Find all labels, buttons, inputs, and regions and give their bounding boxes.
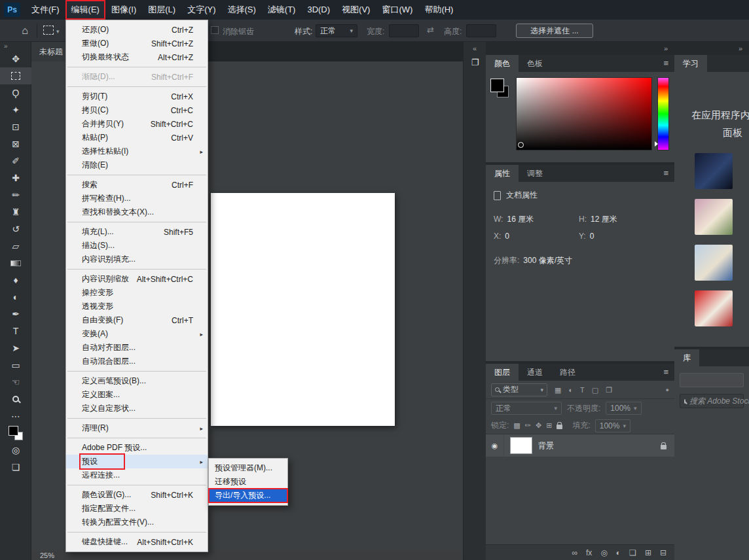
- lasso-tool[interactable]: Ϙ: [0, 84, 31, 101]
- tutorial-thumb-1[interactable]: [695, 153, 733, 189]
- lock-transparent-pixels-icon[interactable]: ▩: [513, 421, 520, 430]
- lock-artboard-icon[interactable]: ⊞: [546, 421, 552, 430]
- adjustment-layer-filter-icon[interactable]: ◐: [568, 386, 573, 394]
- library-select-dropdown[interactable]: [680, 373, 744, 387]
- edit-menu-item-6[interactable]: 剪切(T)Ctrl+X: [66, 90, 208, 103]
- zoom-tool[interactable]: [0, 391, 31, 408]
- visibility-eye-icon[interactable]: ◉: [486, 434, 504, 457]
- edit-menu-item-29[interactable]: 定义画笔预设(B)...: [66, 374, 208, 388]
- filter-type-dropdown[interactable]: 类型 ▾: [491, 383, 547, 396]
- collapse-panels-icon[interactable]: »: [739, 44, 742, 52]
- path-selection-tool[interactable]: ➤: [0, 340, 31, 357]
- adjustment-layer-icon[interactable]: ◐: [616, 548, 621, 557]
- menubar-item-type[interactable]: 文字(Y): [181, 0, 221, 20]
- eraser-tool[interactable]: ▱: [0, 237, 31, 254]
- fill-dropdown[interactable]: 100% ▾: [595, 419, 630, 432]
- library-search-input[interactable]: 搜索 Adobe Stock: [680, 394, 744, 408]
- saturation-brightness-field[interactable]: [516, 77, 652, 150]
- menubar-item-layer[interactable]: 图层(L): [142, 0, 181, 20]
- tool-preset-icon[interactable]: [43, 26, 54, 35]
- edit-menu-item-36[interactable]: 预设▸: [66, 455, 208, 468]
- blend-mode-dropdown[interactable]: 正常 ▾: [491, 402, 562, 415]
- blur-tool[interactable]: ♦: [0, 271, 31, 289]
- edit-menu-item-18[interactable]: 描边(S)...: [66, 239, 208, 253]
- preset-submenu-item-1[interactable]: 迁移预设: [209, 475, 287, 489]
- edit-menu-item-21[interactable]: 内容识别缩放Alt+Shift+Ctrl+C: [66, 272, 208, 286]
- spot-healing-brush-tool[interactable]: ✚: [0, 169, 31, 186]
- edit-menu-item-27[interactable]: 自动混合图层...: [66, 355, 208, 368]
- edit-menu-item-33[interactable]: 清理(R)▸: [66, 421, 208, 435]
- edit-menu-item-22[interactable]: 操控变形: [66, 286, 208, 300]
- edit-menu-item-30[interactable]: 定义图案...: [66, 388, 208, 402]
- edit-menu-item-9[interactable]: 粘贴(P)Ctrl+V: [66, 131, 208, 145]
- pen-tool[interactable]: ✒: [0, 306, 31, 323]
- lock-all-icon[interactable]: [557, 425, 562, 429]
- preset-submenu-item-0[interactable]: 预设管理器(M)...: [209, 461, 287, 475]
- edit-menu-item-13[interactable]: 搜索Ctrl+F: [66, 178, 208, 192]
- edit-menu-item-17[interactable]: 填充(L)...Shift+F5: [66, 225, 208, 239]
- edit-menu-item-14[interactable]: 拼写检查(H)...: [66, 192, 208, 205]
- link-layers-icon[interactable]: ∞: [572, 548, 577, 557]
- menubar-item-3d[interactable]: 3D(D): [301, 0, 336, 20]
- lock-image-pixels-icon[interactable]: ✏: [525, 421, 531, 430]
- layers-tab-1[interactable]: 通道: [519, 364, 551, 381]
- edit-menu-item-25[interactable]: 变换(A)▸: [66, 327, 208, 341]
- edit-menu-item-11[interactable]: 清除(E): [66, 158, 208, 172]
- crop-tool[interactable]: ⊡: [0, 118, 31, 135]
- layers-tab-0[interactable]: 图层: [486, 364, 519, 381]
- edit-menu-item-1[interactable]: 重做(O)Shift+Ctrl+Z: [66, 37, 208, 50]
- swap-dimensions-icon[interactable]: ⇄: [427, 25, 434, 35]
- edit-menu-item-31[interactable]: 定义自定形状...: [66, 402, 208, 415]
- edit-menu-item-43[interactable]: 键盘快捷键...Alt+Shift+Ctrl+K: [66, 535, 208, 549]
- color-tab-0[interactable]: 颜色: [486, 55, 519, 72]
- filter-toggle-icon[interactable]: ●: [666, 387, 669, 393]
- eyedropper-tool[interactable]: ✐: [0, 152, 31, 169]
- smart-object-filter-icon[interactable]: ❐: [606, 386, 612, 394]
- menubar-item-filter[interactable]: 滤镜(T): [262, 0, 302, 20]
- edit-toolbar-button[interactable]: ⋯: [0, 408, 31, 425]
- foreground-background-swatches[interactable]: [0, 425, 31, 442]
- menubar-item-view[interactable]: 视图(V): [336, 0, 376, 20]
- frame-tool[interactable]: ⊠: [0, 135, 31, 152]
- properties-tab-1[interactable]: 调整: [519, 165, 551, 182]
- edit-menu-item-4[interactable]: 渐隐(D)...Shift+Ctrl+F: [66, 70, 208, 84]
- quick-selection-tool[interactable]: ✦: [0, 101, 31, 118]
- menubar-item-select[interactable]: 选择(S): [221, 0, 261, 20]
- edit-menu-item-37[interactable]: 远程连接...: [66, 468, 208, 482]
- layer-thumbnail[interactable]: [510, 437, 532, 454]
- clone-stamp-tool[interactable]: ♜: [0, 203, 31, 220]
- layer-row-background[interactable]: ◉ 背景: [486, 434, 674, 457]
- menubar-item-edit[interactable]: 编辑(E): [65, 0, 105, 20]
- layers-tab-2[interactable]: 路径: [551, 364, 584, 381]
- color-marker[interactable]: [518, 142, 524, 148]
- panel-menu-icon[interactable]: ≡: [657, 364, 674, 381]
- edit-menu-item-8[interactable]: 合并拷贝(Y)Shift+Ctrl+C: [66, 117, 208, 131]
- height-input[interactable]: [466, 24, 496, 37]
- edit-menu-item-35[interactable]: Adobe PDF 预设...: [66, 441, 208, 455]
- panel-menu-icon[interactable]: ≡: [657, 165, 674, 182]
- edit-menu-item-24[interactable]: 自由变换(F)Ctrl+T: [66, 313, 208, 327]
- foreground-color-swatch[interactable]: [491, 79, 503, 92]
- edit-menu-item-19[interactable]: 内容识别填充...: [66, 253, 208, 266]
- type-layer-filter-icon[interactable]: T: [580, 386, 585, 394]
- tutorial-thumb-2[interactable]: [695, 199, 733, 235]
- lock-position-icon[interactable]: ✥: [536, 421, 541, 430]
- history-brush-tool[interactable]: ↺: [0, 220, 31, 237]
- collapse-panels-icon[interactable]: »: [664, 44, 668, 52]
- panel-menu-icon[interactable]: ≡: [657, 55, 674, 72]
- home-icon[interactable]: ⌂: [17, 23, 33, 39]
- rectangle-tool[interactable]: ▭: [0, 357, 31, 374]
- tab-learn[interactable]: 学习: [674, 55, 707, 72]
- edit-menu-item-23[interactable]: 透视变形: [66, 300, 208, 313]
- pixel-layer-filter-icon[interactable]: ▦: [555, 386, 561, 394]
- layer-mask-icon[interactable]: ◎: [600, 548, 607, 557]
- canvas[interactable]: [211, 193, 395, 426]
- color-tab-1[interactable]: 色板: [519, 55, 551, 72]
- collapsed-panel-icon[interactable]: ❐: [464, 55, 486, 71]
- delete-layer-icon[interactable]: ⊟: [660, 548, 667, 557]
- hand-tool[interactable]: ☜: [0, 374, 31, 391]
- move-tool[interactable]: ✥: [0, 50, 31, 67]
- width-input[interactable]: [389, 24, 419, 37]
- edit-menu-item-10[interactable]: 选择性粘贴(I)▸: [66, 145, 208, 158]
- type-tool[interactable]: T: [0, 323, 31, 340]
